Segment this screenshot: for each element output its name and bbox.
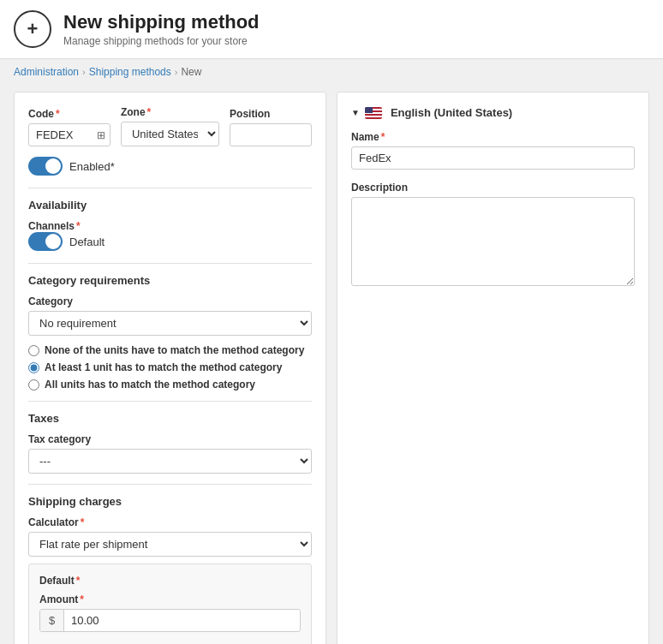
calendar-icon[interactable]: ⊞ [97,129,105,141]
radio-none[interactable] [28,345,39,356]
page-subtitle: Manage shipping methods for your store [63,35,260,47]
enabled-wrapper: Enabled* [28,157,312,176]
channels-group: Channels* [28,220,312,232]
availability-title: Availability [28,199,312,212]
name-input[interactable] [351,146,635,170]
header-text: New shipping method Manage shipping meth… [63,11,260,47]
channel-toggle[interactable] [28,232,63,251]
default-label: Default* [39,575,301,587]
zone-select[interactable]: United States [121,122,219,146]
main-content: Code* ⊞ Zone* United States [0,85,663,644]
description-textarea[interactable] [351,197,635,286]
tax-category-group: Tax category --- [28,433,312,474]
radio-group: None of the units have to match the meth… [28,344,312,391]
radio-all[interactable] [28,379,39,391]
channels-label: Channels* [28,220,312,232]
radio-item-2[interactable]: All units has to match the method catego… [28,379,312,391]
right-panel: ▼ English (United States) Name* Descript… [337,92,649,644]
position-label: Position [230,108,312,120]
divider-3 [28,401,312,402]
radio-item-0[interactable]: None of the units have to match the meth… [28,344,312,356]
breadcrumb: Administration › Shipping methods › New [0,59,663,85]
amount-prefix: $ [40,610,64,631]
code-group: Code* ⊞ [28,108,110,146]
lang-label: English (United States) [391,106,512,119]
tax-category-select[interactable]: --- [28,449,312,474]
enabled-toggle[interactable] [28,157,63,176]
flag-icon [365,107,382,119]
category-requirements-title: Category requirements [28,274,312,287]
calculator-select[interactable]: Flat rate per shipment [28,532,312,557]
description-group: Description [351,182,635,286]
page-title: New shipping method [63,11,260,33]
lang-arrow-icon: ▼ [351,108,360,117]
name-label: Name* [351,131,635,143]
divider-1 [28,188,312,188]
tax-category-label: Tax category [28,433,312,445]
description-label: Description [351,182,635,194]
position-input[interactable] [230,123,312,146]
amount-label: Amount* [39,593,301,605]
name-group: Name* [351,131,635,170]
zone-label: Zone* [121,106,219,118]
channel-toggle-wrapper: Default [28,232,312,251]
position-group: Position [230,108,312,146]
page-icon: + [14,10,51,48]
divider-2 [28,263,312,264]
category-group: Category No requirement [28,295,312,336]
left-panel: Code* ⊞ Zone* United States [14,92,326,644]
enabled-label: Enabled* [69,160,115,173]
calculator-group: Calculator* Flat rate per shipment [28,516,312,557]
code-zone-row: Code* ⊞ Zone* United States [28,106,312,146]
category-label: Category [28,295,312,307]
zone-group: Zone* United States [121,106,219,146]
default-group: Default* [39,575,301,587]
calculator-label: Calculator* [28,516,312,528]
category-select[interactable]: No requirement [28,311,312,336]
divider-4 [28,484,312,485]
radio-item-1[interactable]: At least 1 unit has to match the method … [28,361,312,373]
amount-group: Amount* $ [39,593,301,632]
amount-wrapper: $ [39,609,301,632]
amount-input[interactable] [64,610,300,631]
code-input-wrapper: ⊞ [28,123,110,146]
taxes-title: Taxes [28,412,312,425]
radio-atleast[interactable] [28,362,39,373]
code-label: Code* [28,108,110,120]
page-header: + New shipping method Manage shipping me… [0,0,663,59]
shipping-charges-title: Shipping charges [28,495,312,508]
default-channel-label: Default [69,236,105,248]
amount-sub-panel: Default* Amount* $ [28,564,312,644]
breadcrumb-current: New [181,66,201,78]
lang-header: ▼ English (United States) [351,106,635,119]
breadcrumb-admin[interactable]: Administration [14,66,79,78]
breadcrumb-shipping[interactable]: Shipping methods [89,66,171,78]
